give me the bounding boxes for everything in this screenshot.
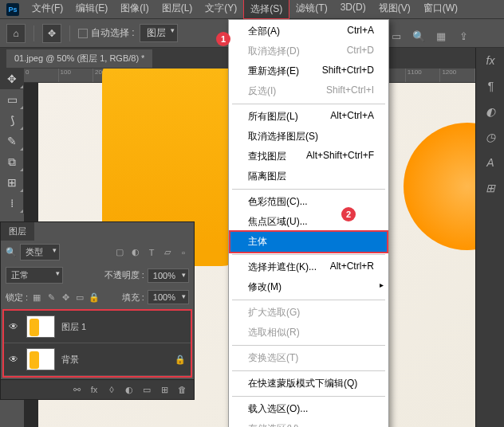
menu-文字(Y)[interactable]: 文字(Y) [199, 0, 243, 19]
menu-图层(L)[interactable]: 图层(L) [156, 0, 199, 19]
menu-item-查找图层[interactable]: 查找图层Alt+Shift+Ctrl+F [229, 147, 388, 166]
grid-icon[interactable]: ▦ [432, 27, 450, 45]
main-menubar: Ps 文件(F)编辑(E)图像(I)图层(L)文字(Y)选择(S)滤镜(T)3D… [0, 0, 504, 19]
arrange-icon[interactable]: ▭ [388, 27, 405, 45]
menu-item-重新选择(E)[interactable]: 重新选择(E)Shift+Ctrl+D [229, 61, 388, 81]
menu-item-隔离图层[interactable]: 隔离图层 [229, 166, 388, 186]
trash-icon[interactable]: 🗑 [175, 383, 189, 396]
app-icon: Ps [6, 3, 19, 16]
menu-编辑(E)[interactable]: 编辑(E) [69, 0, 114, 19]
tools-panel: ✥ ▭ ⟆ ✎ ⧉ ⊞ ⁞ [0, 69, 24, 214]
layer-thumbnail [26, 315, 55, 338]
blend-mode-select[interactable]: 正常 [6, 267, 63, 284]
menu-图像(I)[interactable]: 图像(I) [114, 0, 155, 19]
visibility-icon[interactable]: 👁 [9, 354, 20, 365]
filter-type-select[interactable]: 类型 [20, 244, 60, 261]
menu-item-选择并遮住(K)...[interactable]: 选择并遮住(K)...Alt+Ctrl+R [229, 257, 388, 277]
fill-label: 填充 : [103, 292, 144, 304]
document-tab[interactable]: 01.jpeg @ 50% (图层 1, RGB/8) * [6, 49, 152, 68]
menu-item-取消选择图层(S)[interactable]: 取消选择图层(S) [229, 127, 388, 147]
fill-value[interactable]: 100% [148, 290, 189, 304]
fx-icon[interactable]: fx [476, 48, 504, 73]
link-icon[interactable]: ⚯ [69, 383, 84, 396]
new-layer-icon[interactable]: ⊞ [157, 383, 171, 396]
lasso-tool[interactable]: ⟆ [0, 110, 24, 131]
layers-footer: ⚯ fx ◊ ◐ ▭ ⊞ 🗑 [1, 379, 194, 399]
menu-窗口(W)[interactable]: 窗口(W) [417, 0, 464, 19]
swatches-icon[interactable]: ⊞ [476, 175, 504, 201]
adjustments-icon[interactable]: ◐ [476, 99, 504, 124]
layer-name: 背景 [61, 354, 168, 366]
menu-item-修改(M)[interactable]: 修改(M) [229, 277, 388, 297]
search-icon: 🔍 [6, 247, 17, 257]
filter-text-icon[interactable]: T [146, 247, 157, 258]
menu-item-存储选区(V)...: 存储选区(V)... [229, 419, 388, 427]
lock-pixels-icon[interactable]: ▦ [31, 292, 42, 303]
menu-item-色彩范围(C)...[interactable]: 色彩范围(C)... [229, 192, 388, 212]
group-icon[interactable]: ▭ [140, 383, 154, 396]
mask-icon[interactable]: ◊ [104, 383, 119, 396]
lock-all-icon[interactable]: 🔒 [89, 292, 100, 303]
annotation-marker-1: 1 [216, 32, 230, 46]
share-icon[interactable]: ⇪ [455, 27, 472, 45]
menu-item-焦点区域(U)...[interactable]: 焦点区域(U)... [229, 212, 388, 232]
character-icon[interactable]: A [476, 150, 504, 175]
menu-3D(D)[interactable]: 3D(D) [334, 0, 372, 19]
lock-artboard-icon[interactable]: ▭ [74, 292, 85, 303]
auto-select-checkbox[interactable]: 自动选择 : [78, 26, 135, 40]
filter-shape-icon[interactable]: ▱ [162, 247, 173, 258]
ruler-tick: 0 [24, 69, 59, 82]
right-panel-bar: fx ¶ ◐ ◷ A ⊞ [475, 48, 504, 427]
layer-row[interactable]: 👁图层 1 [4, 311, 191, 343]
menu-item-所有图层(L)[interactable]: 所有图层(L)Alt+Ctrl+A [229, 107, 388, 127]
move-tool-icon[interactable]: ✥ [42, 24, 61, 43]
filter-adjust-icon[interactable]: ◐ [130, 247, 141, 258]
ruler-tick: 1100 [406, 69, 441, 82]
annotation-marker-2: 2 [341, 207, 356, 221]
menu-item-全部(A)[interactable]: 全部(A)Ctrl+A [229, 22, 388, 41]
search-icon[interactable]: 🔍 [410, 27, 427, 45]
menu-item-取消选择(D): 取消选择(D)Ctrl+D [229, 41, 388, 61]
crop-tool[interactable]: ⧉ [0, 151, 24, 172]
layer-name: 图层 1 [61, 321, 186, 333]
select-menu-dropdown: 全部(A)Ctrl+A取消选择(D)Ctrl+D重新选择(E)Shift+Ctr… [228, 19, 389, 427]
menu-item-载入选区(O)...[interactable]: 载入选区(O)... [229, 399, 388, 419]
menu-item-反选(I): 反选(I)Shift+Ctrl+I [229, 81, 388, 101]
menu-文件(F)[interactable]: 文件(F) [26, 0, 69, 19]
layers-tab[interactable]: 图层 [1, 222, 34, 241]
workspace-icons: ▭ 🔍 ▦ ⇪ [388, 27, 472, 45]
layers-panel: 图层 🔍 类型 ▢ ◐ T ▱ ▫ 正常 不透明度 : 100% 锁定 : ▦ … [0, 221, 195, 400]
lock-icon: 🔒 [175, 355, 186, 365]
paragraph-icon[interactable]: ¶ [476, 73, 504, 99]
filter-smart-icon[interactable]: ▫ [178, 247, 189, 258]
menu-item-在快速蒙版模式下编辑(Q)[interactable]: 在快速蒙版模式下编辑(Q) [229, 374, 388, 394]
auto-select-target[interactable]: 图层 [140, 24, 178, 42]
menu-item-主体[interactable]: 主体 [229, 230, 388, 253]
marquee-tool[interactable]: ▭ [0, 89, 24, 110]
checkbox-icon [78, 29, 88, 38]
move-tool[interactable]: ✥ [0, 69, 24, 89]
eyedropper-tool[interactable]: ⁞ [0, 193, 24, 214]
layer-thumbnail [26, 348, 55, 370]
fx-icon[interactable]: fx [87, 383, 101, 396]
menu-item-选取相似(R): 选取相似(R) [229, 323, 388, 343]
filter-image-icon[interactable]: ▢ [114, 247, 125, 258]
clock-icon[interactable]: ◷ [476, 124, 504, 150]
adjustment-icon[interactable]: ◐ [122, 383, 136, 396]
opacity-label: 不透明度 : [66, 269, 144, 281]
menu-选择(S)[interactable]: 选择(S) [243, 0, 289, 19]
menu-视图(V)[interactable]: 视图(V) [372, 0, 417, 19]
visibility-icon[interactable]: 👁 [9, 321, 20, 332]
quick-select-tool[interactable]: ✎ [0, 131, 24, 151]
layer-row[interactable]: 👁背景🔒 [4, 343, 191, 376]
lock-move-icon[interactable]: ✥ [60, 292, 71, 303]
layers-list: 👁图层 1👁背景🔒 [2, 309, 192, 378]
home-icon[interactable]: ⌂ [6, 24, 26, 43]
auto-select-label: 自动选择 : [91, 26, 135, 40]
lock-brush-icon[interactable]: ✎ [45, 292, 57, 303]
ruler-tick: 1200 [440, 69, 475, 82]
menu-item-变换选区(T): 变换选区(T) [229, 348, 388, 368]
menu-滤镜(T)[interactable]: 滤镜(T) [289, 0, 333, 19]
opacity-value[interactable]: 100% [148, 268, 189, 283]
frame-tool[interactable]: ⊞ [0, 172, 24, 193]
